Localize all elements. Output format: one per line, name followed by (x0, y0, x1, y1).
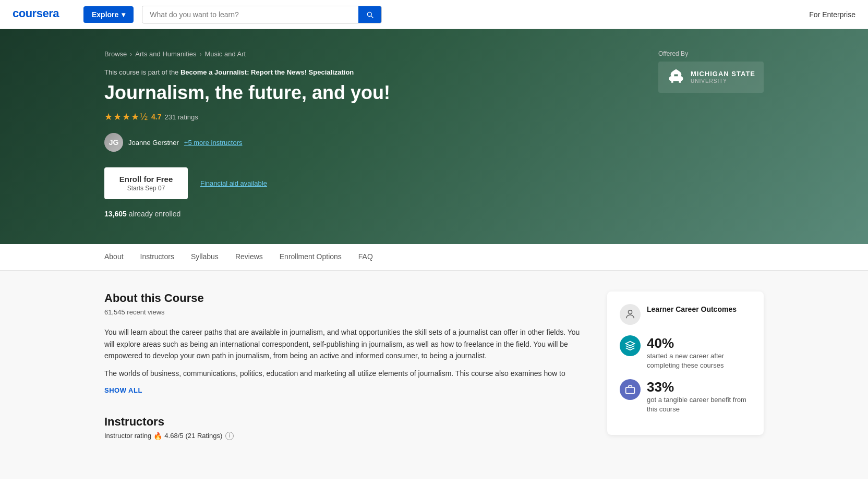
stat2-percent: 33% (647, 379, 751, 395)
search-button[interactable] (358, 6, 381, 23)
content-right: Learner Career Outcomes 40% started a ne… (607, 291, 764, 458)
about-title: About this Course (104, 291, 590, 305)
breadcrumb-subcategory[interactable]: Music and Art (204, 50, 246, 58)
rating-value: 4.7 (151, 113, 161, 121)
nav-tabs: About Instructors Syllabus Reviews Enrol… (0, 244, 868, 271)
stat1-text: 40% started a new career after completin… (647, 335, 751, 370)
career-outcomes-header: Learner Career Outcomes (620, 304, 751, 325)
stat1-desc: started a new career after completing th… (647, 351, 751, 370)
financial-aid-link[interactable]: Financial aid available (200, 179, 267, 187)
search-bar (142, 6, 382, 23)
tab-reviews[interactable]: Reviews (235, 244, 263, 270)
content-left: About this Course 61,545 recent views Yo… (104, 291, 590, 458)
enroll-start-date: Starts Sep 07 (119, 185, 173, 192)
career-stat-2: 33% got a tangible career benefit from t… (620, 379, 751, 414)
svg-rect-2 (626, 387, 635, 393)
enroll-row: Enroll for Free Starts Sep 07 Financial … (104, 167, 764, 199)
avatar-initials: JG (104, 133, 123, 152)
flame-icon: 🔥 (153, 432, 162, 440)
instructors-title: Instructors (104, 415, 590, 429)
svg-text:coursera: coursera (13, 7, 59, 20)
msu-spartan-icon (667, 68, 685, 87)
rating-label: Instructor rating (104, 432, 151, 440)
tab-faq[interactable]: FAQ (358, 244, 373, 270)
instructor-rating-row: Instructor rating 🔥 4.68/5 (21 Ratings) … (104, 432, 590, 440)
main-content: About this Course 61,545 recent views Yo… (0, 271, 868, 479)
enrolled-suffix: already enrolled (129, 210, 181, 218)
enroll-button[interactable]: Enroll for Free Starts Sep 07 (104, 167, 188, 199)
explore-button[interactable]: Explore ▾ (83, 6, 134, 23)
offered-by: Offered By MICHIGAN STATE UNIVERSITY (658, 50, 764, 93)
career-outcomes-card: Learner Career Outcomes 40% started a ne… (607, 291, 764, 435)
instructors-section: Instructors Instructor rating 🔥 4.68/5 (… (104, 415, 590, 440)
tab-about[interactable]: About (104, 244, 124, 270)
breadcrumb-browse[interactable]: Browse (104, 50, 127, 58)
more-instructors-link[interactable]: +5 more instructors (184, 139, 243, 147)
ratings-count: (21 Ratings) (185, 432, 222, 440)
ratings-row: ★★★★½ 4.7 231 ratings (104, 111, 764, 123)
recent-views: 61,545 recent views (104, 308, 590, 316)
new-career-icon (620, 335, 641, 356)
avatar: JG (104, 133, 123, 152)
tab-instructors[interactable]: Instructors (140, 244, 174, 270)
tab-enrollment-options[interactable]: Enrollment Options (280, 244, 342, 270)
rating-count: 231 ratings (164, 113, 198, 121)
for-enterprise-link[interactable]: For Enterprise (809, 10, 855, 19)
enrolled-number: 13,605 (104, 210, 127, 218)
university-name: MICHIGAN STATE UNIVERSITY (691, 70, 755, 83)
rating-value: 4.68/5 (164, 432, 183, 440)
stat2-text: 33% got a tangible career benefit from t… (647, 379, 751, 414)
description-2: The worlds of business, communications, … (104, 368, 590, 379)
specialization-name: Become a Journalist: Report the News! Sp… (180, 68, 354, 76)
search-input[interactable] (142, 6, 358, 23)
logo[interactable]: coursera (13, 6, 75, 23)
outcomes-title: Learner Career Outcomes (647, 305, 737, 313)
show-all-link[interactable]: SHOW ALL (104, 386, 142, 394)
enrolled-count: 13,605 already enrolled (104, 210, 764, 218)
instructor-row: JG Joanne Gerstner +5 more instructors (104, 133, 764, 152)
tab-syllabus[interactable]: Syllabus (191, 244, 219, 270)
search-icon (366, 10, 374, 19)
enroll-label: Enroll for Free (119, 175, 173, 184)
career-stat-1: 40% started a new career after completin… (620, 335, 751, 370)
star-icons: ★★★★½ (104, 111, 148, 123)
chevron-icon: › (130, 51, 132, 58)
logo-text: coursera (13, 6, 75, 23)
learner-icon (620, 304, 641, 325)
breadcrumb-category[interactable]: Arts and Humanities (135, 50, 196, 58)
info-icon[interactable]: i (225, 432, 234, 440)
header: coursera Explore ▾ For Enterprise (0, 0, 868, 29)
instructor-name: Joanne Gerstner (128, 139, 179, 147)
description-1: You will learn about the career paths th… (104, 326, 590, 361)
offered-by-label: Offered By (658, 50, 764, 57)
university-logo[interactable]: MICHIGAN STATE UNIVERSITY (658, 62, 764, 93)
explore-label: Explore (92, 10, 118, 19)
chevron-down-icon: ▾ (122, 10, 125, 19)
hero-section: Browse › Arts and Humanities › Music and… (0, 29, 868, 244)
svg-point-1 (628, 310, 632, 314)
chevron-icon-2: › (199, 51, 201, 58)
stat2-desc: got a tangible career benefit from this … (647, 395, 751, 414)
career-benefit-icon (620, 379, 641, 400)
stat1-percent: 40% (647, 335, 751, 351)
